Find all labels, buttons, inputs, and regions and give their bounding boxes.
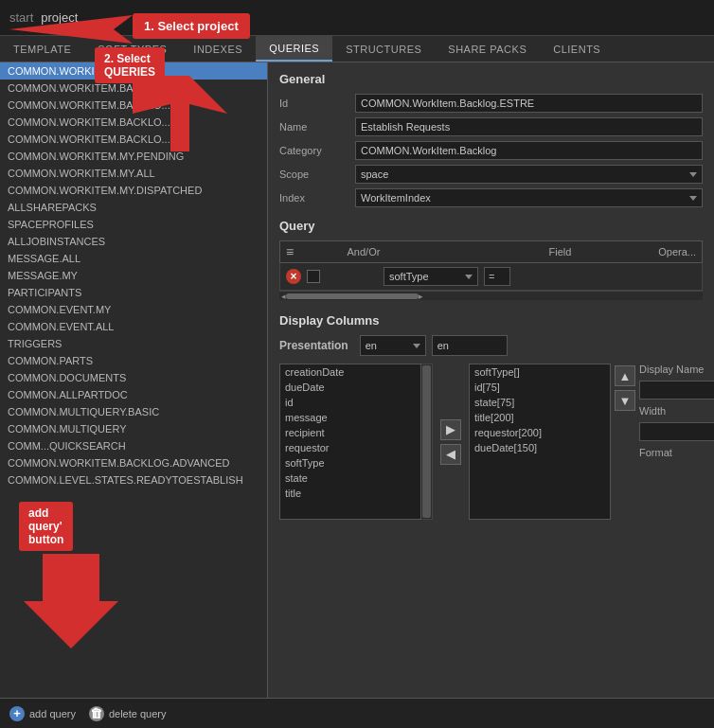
scrollbar-thumb[interactable] bbox=[286, 293, 419, 299]
presentation-row: Presentation en bbox=[279, 335, 703, 356]
col-item[interactable]: requestor[200] bbox=[470, 425, 610, 440]
list-item[interactable]: ALLJOBINSTANCES bbox=[0, 233, 267, 250]
width-input[interactable] bbox=[639, 422, 714, 441]
available-columns-list[interactable]: creationDate dueDate id message recipien… bbox=[279, 364, 421, 520]
list-item[interactable]: COMMON.DOCUMENTS bbox=[0, 369, 267, 386]
list-item[interactable]: COMMON.EVENT.MY bbox=[0, 301, 267, 318]
display-name-label: Display Name bbox=[639, 364, 714, 375]
columns-area: creationDate dueDate id message recipien… bbox=[279, 364, 703, 520]
scope-row: Scope space bbox=[279, 165, 703, 184]
query-title: Query bbox=[279, 219, 703, 233]
display-columns-section: Display Columns Presentation en creation… bbox=[279, 313, 703, 520]
list-item[interactable]: COMMON.MULTIQUERY bbox=[0, 420, 267, 437]
col-item[interactable]: message bbox=[280, 410, 420, 425]
list-item[interactable]: COMMON.ALLPARTDOC bbox=[0, 386, 267, 403]
col-item[interactable]: state[75] bbox=[470, 395, 610, 410]
id-input[interactable] bbox=[355, 94, 703, 113]
nav-soft-types[interactable]: SOFT TYPES bbox=[84, 36, 180, 62]
move-right-button[interactable]: ▶ bbox=[440, 419, 461, 440]
list-item[interactable]: COMMON.EVENT.ALL bbox=[0, 318, 267, 335]
list-item[interactable]: PARTICIPANTS bbox=[0, 284, 267, 301]
list-item[interactable]: COMMON.WORKITEM.BAC... bbox=[0, 80, 267, 97]
scope-select[interactable]: space bbox=[355, 165, 703, 184]
remove-query-row-button[interactable]: × bbox=[286, 269, 301, 284]
query-checkbox[interactable] bbox=[307, 270, 320, 283]
list-item[interactable]: COMMON.WORKITEM.MY.DISPATCHED bbox=[0, 182, 267, 199]
add-query-button[interactable]: + add query bbox=[9, 706, 76, 721]
add-query-label: add query bbox=[29, 708, 76, 719]
category-label: Category bbox=[279, 145, 355, 156]
index-select[interactable]: WorkItemIndex bbox=[355, 188, 703, 207]
col-item[interactable]: recipient bbox=[280, 425, 420, 440]
list-item[interactable]: MESSAGE.MY bbox=[0, 267, 267, 284]
presentation-label: Presentation bbox=[279, 339, 348, 352]
list-item[interactable]: COMMON.PARTS bbox=[0, 352, 267, 369]
selected-columns-list[interactable]: softType[] id[75] state[75] title[200] r… bbox=[469, 364, 611, 520]
nav-share-packs[interactable]: SHARE PACKS bbox=[435, 36, 540, 62]
move-down-button[interactable]: ▼ bbox=[615, 390, 635, 411]
list-item[interactable]: COMMON.WORKITEM.BACKLO... bbox=[0, 97, 267, 114]
andor-header: And/Or bbox=[294, 246, 434, 257]
col-item[interactable]: id[75] bbox=[470, 380, 610, 395]
index-row: Index WorkItemIndex bbox=[279, 188, 703, 207]
nav-bar: TEMPLATE SOFT TYPES INDEXES QUERIES STRU… bbox=[0, 36, 714, 62]
category-input[interactable] bbox=[355, 141, 703, 160]
nav-indexes[interactable]: INDEXES bbox=[180, 36, 256, 62]
col-item[interactable]: softType[] bbox=[470, 364, 610, 380]
query-list-icon[interactable]: ≡ bbox=[286, 244, 294, 259]
display-name-input[interactable] bbox=[639, 381, 714, 400]
list-item[interactable]: COMMON.WORKITEM.BACKLO...T bbox=[0, 131, 267, 148]
category-row: Category bbox=[279, 141, 703, 160]
list-item[interactable]: COMMON.MULTIQUERY.BASIC bbox=[0, 403, 267, 420]
transfer-arrows: ▶ ◀ bbox=[440, 419, 461, 465]
query-scrollbar[interactable]: ◂ ▸ bbox=[279, 291, 703, 300]
nav-queries[interactable]: QUERIES bbox=[256, 36, 332, 62]
general-title: General bbox=[279, 72, 703, 86]
list-item[interactable]: SPACEPROFILES bbox=[0, 216, 267, 233]
list-item[interactable]: COMMON.WORKITEM.MY.PENDING bbox=[0, 148, 267, 165]
list-item[interactable]: COMM...QUICKSEARCH bbox=[0, 437, 267, 454]
col-item[interactable]: creationDate bbox=[280, 364, 420, 380]
col-item[interactable]: dueDate[150] bbox=[470, 440, 610, 455]
list-item[interactable]: COMMON.WORKITEM.BACKLOG.ADVANCED bbox=[0, 454, 267, 471]
col-item[interactable]: requestor bbox=[280, 440, 420, 455]
nav-template[interactable]: TEMPLATE bbox=[0, 36, 84, 62]
presentation-text-input[interactable] bbox=[432, 335, 508, 356]
move-left-button[interactable]: ◀ bbox=[440, 444, 461, 465]
scroll-right-arrow[interactable]: ▸ bbox=[419, 292, 423, 301]
list-item[interactable]: TRIGGERS bbox=[0, 335, 267, 352]
col-item[interactable]: id bbox=[280, 395, 420, 410]
nav-structures[interactable]: STRUCTURES bbox=[332, 36, 435, 62]
right-col-section: softType[] id[75] state[75] title[200] r… bbox=[469, 364, 714, 520]
move-up-button[interactable]: ▲ bbox=[615, 365, 635, 386]
list-item[interactable]: MESSAGE.ALL bbox=[0, 250, 267, 267]
presentation-lang-select[interactable]: en bbox=[360, 335, 426, 356]
query-operator-input[interactable] bbox=[484, 267, 510, 286]
list-item[interactable]: COMMON.WORKITEM.MY.ALL bbox=[0, 165, 267, 182]
bottom-bar: + add query 🗑 delete query bbox=[0, 698, 714, 728]
id-row: Id bbox=[279, 94, 703, 113]
main-area: COMMON.WORKITEM.BACKL... COMMON.WORKITEM… bbox=[0, 62, 714, 728]
col-item[interactable]: title bbox=[280, 486, 420, 501]
col-item[interactable]: title[200] bbox=[470, 410, 610, 425]
right-col-container: softType[] id[75] state[75] title[200] r… bbox=[469, 364, 611, 520]
right-panel: General Id Name Category Scope space Ind… bbox=[268, 62, 714, 728]
list-item[interactable]: COMMON.WORKITEM.BACKL... bbox=[0, 62, 267, 80]
name-input[interactable] bbox=[355, 117, 703, 136]
col-item[interactable]: softType bbox=[280, 455, 420, 471]
name-row: Name bbox=[279, 117, 703, 136]
project-label: project bbox=[41, 10, 78, 25]
delete-icon: 🗑 bbox=[89, 706, 104, 721]
list-item[interactable]: ALLSHAREPACKS bbox=[0, 199, 267, 216]
query-field-select[interactable]: softType bbox=[384, 267, 478, 286]
list-item[interactable]: COMMON.WORKITEM.BACKLO... bbox=[0, 114, 267, 131]
nav-clients[interactable]: CLIENTS bbox=[540, 36, 614, 62]
top-bar: start project bbox=[0, 0, 714, 36]
col-item[interactable]: state bbox=[280, 471, 420, 486]
delete-query-button[interactable]: 🗑 delete query bbox=[89, 706, 167, 721]
list-item[interactable]: COMMON.LEVEL.STATES.READYTOESTABLISH bbox=[0, 471, 267, 488]
left-list-scrollbar[interactable] bbox=[421, 364, 433, 520]
col-item[interactable]: dueDate bbox=[280, 380, 420, 395]
up-down-buttons: ▲ ▼ bbox=[615, 364, 635, 520]
query-section: Query ≡ And/Or Field Opera... × softType bbox=[279, 219, 703, 300]
